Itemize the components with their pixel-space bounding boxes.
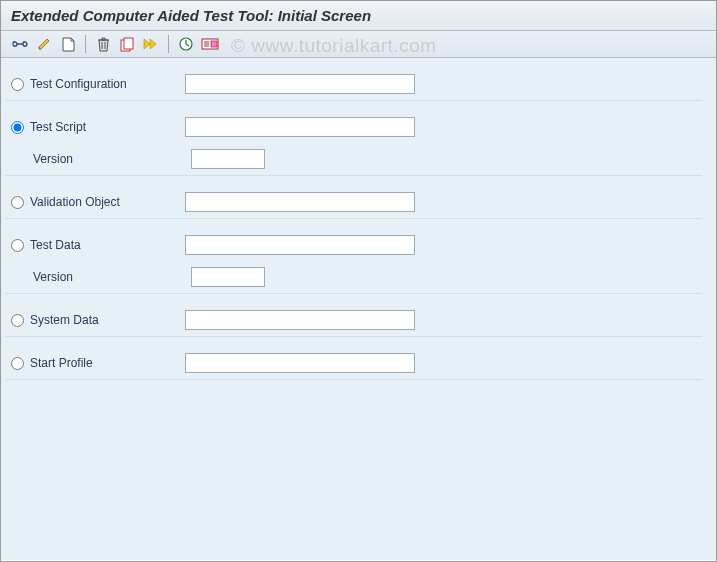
label-system-data[interactable]: System Data <box>30 313 99 327</box>
content-area: Test Configuration Test Script Version V… <box>1 58 716 560</box>
label-test-data[interactable]: Test Data <box>30 238 81 252</box>
execute-button[interactable] <box>140 34 162 54</box>
row-test-data: Test Data <box>5 229 702 261</box>
svg-rect-4 <box>211 41 217 47</box>
title-bar: Extended Computer Aided Test Tool: Initi… <box>1 1 716 31</box>
label-test-data-version: Version <box>33 270 73 284</box>
schedule-button[interactable] <box>175 34 197 54</box>
input-test-script-version[interactable] <box>191 149 265 169</box>
create-button[interactable] <box>57 34 79 54</box>
copy-icon <box>120 37 135 52</box>
label-start-profile[interactable]: Start Profile <box>30 356 93 370</box>
toolbar-separator <box>168 35 169 53</box>
radio-test-script[interactable] <box>11 121 24 134</box>
page-title: Extended Computer Aided Test Tool: Initi… <box>11 7 706 24</box>
delete-button[interactable] <box>92 34 114 54</box>
glasses-icon <box>12 38 28 50</box>
row-system-data: System Data <box>5 304 702 337</box>
input-validation-object[interactable] <box>185 192 415 212</box>
log-icon <box>201 38 219 50</box>
radio-system-data[interactable] <box>11 314 24 327</box>
label-test-script[interactable]: Test Script <box>30 120 86 134</box>
input-test-configuration[interactable] <box>185 74 415 94</box>
copy-button[interactable] <box>116 34 138 54</box>
toolbar <box>1 31 716 58</box>
page-icon <box>62 37 75 52</box>
clock-icon <box>179 37 193 51</box>
row-test-configuration: Test Configuration <box>5 68 702 101</box>
input-system-data[interactable] <box>185 310 415 330</box>
toolbar-separator <box>85 35 86 53</box>
pencil-icon <box>37 37 51 51</box>
radio-validation-object[interactable] <box>11 196 24 209</box>
input-test-data[interactable] <box>185 235 415 255</box>
row-test-script: Test Script <box>5 111 702 143</box>
execute-icon <box>143 37 159 51</box>
input-test-data-version[interactable] <box>191 267 265 287</box>
change-button[interactable] <box>33 34 55 54</box>
input-start-profile[interactable] <box>185 353 415 373</box>
label-validation-object[interactable]: Validation Object <box>30 195 120 209</box>
row-validation-object: Validation Object <box>5 186 702 219</box>
input-test-script[interactable] <box>185 117 415 137</box>
row-start-profile: Start Profile <box>5 347 702 380</box>
row-test-script-version: Version <box>5 143 702 176</box>
log-button[interactable] <box>199 34 221 54</box>
svg-rect-1 <box>124 38 133 49</box>
row-test-data-version: Version <box>5 261 702 294</box>
radio-test-configuration[interactable] <box>11 78 24 91</box>
label-test-configuration[interactable]: Test Configuration <box>30 77 127 91</box>
trash-icon <box>97 37 110 52</box>
label-test-script-version: Version <box>33 152 73 166</box>
radio-start-profile[interactable] <box>11 357 24 370</box>
display-button[interactable] <box>9 34 31 54</box>
radio-test-data[interactable] <box>11 239 24 252</box>
